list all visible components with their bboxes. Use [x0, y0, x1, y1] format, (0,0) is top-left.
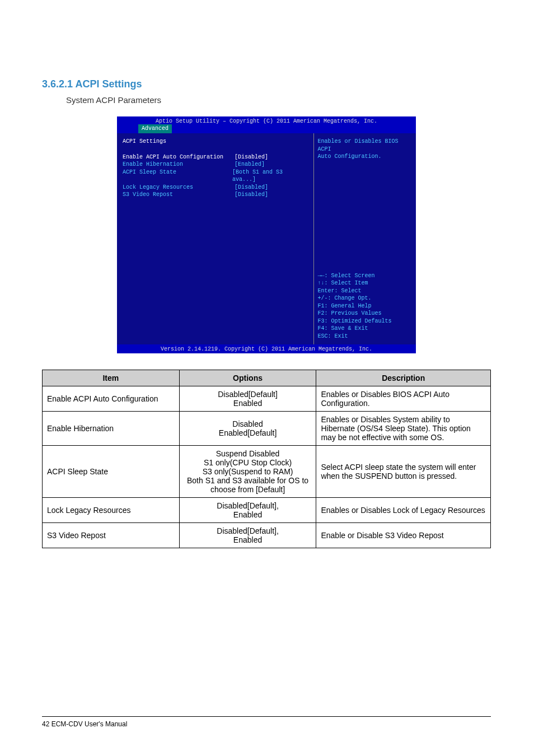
bios-key-line: Enter: Select: [317, 287, 413, 295]
cell-options: Disabled Enabled[Default]: [179, 412, 316, 446]
bios-key-line: F2: Previous Values: [317, 310, 413, 318]
cell-description: Enables or Disables System ability to Hi…: [316, 412, 491, 446]
cell-item: S3 Video Repost: [43, 523, 180, 548]
bios-setting-value: [Enabled]: [235, 161, 265, 169]
page-footer-left: 42 ECM-CDV User's Manual: [42, 720, 127, 728]
cell-options: Suspend Disabled S1 only(CPU Stop Clock)…: [179, 446, 316, 498]
bios-setting-value: [Disabled]: [235, 153, 268, 161]
table-row: Lock Legacy ResourcesDisabled[Default], …: [43, 498, 491, 523]
bios-setting-value: [Both S1 and S3 ava...]: [232, 169, 308, 184]
th-item: Item: [43, 370, 180, 386]
cell-options: Disabled[Default], Enabled: [179, 523, 316, 548]
bios-key-line: +/-: Change Opt.: [317, 295, 413, 302]
section-subheading: System ACPI Parameters: [66, 95, 161, 105]
table-row: Enable HibernationDisabled Enabled[Defau…: [43, 412, 491, 446]
th-description: Description: [316, 370, 491, 386]
bios-setting-row[interactable]: Lock Legacy Resources[Disabled]: [123, 184, 308, 192]
table-row: S3 Video RepostDisabled[Default], Enable…: [43, 523, 491, 548]
table-header-row: Item Options Description: [43, 370, 491, 386]
bios-setting-label: Lock Legacy Resources: [123, 184, 235, 192]
bios-right-pane: Enables or Disables BIOS ACPIAuto Config…: [314, 133, 416, 344]
section-heading: 3.6.2.1 ACPI Settings: [42, 78, 142, 90]
bios-key-line: →←: Select Screen: [317, 272, 413, 280]
bios-key-line: F3: Optimized Defaults: [317, 318, 413, 325]
bios-help-line: Auto Configuration.: [317, 153, 413, 161]
bios-setting-label: ACPI Sleep State: [123, 169, 232, 184]
bios-left-pane: ACPI Settings Enable ACPI Auto Configura…: [117, 133, 314, 344]
th-options: Options: [179, 370, 316, 386]
table-row: Enable ACPI Auto ConfigurationDisabled[D…: [43, 386, 491, 412]
bios-tab-advanced[interactable]: Advanced: [138, 124, 172, 133]
bios-setting-label: Enable Hibernation: [123, 161, 235, 169]
footer-line: [42, 716, 491, 717]
bios-screenshot: Aptio Setup Utility – Copyright (C) 2011…: [117, 116, 416, 354]
bios-setting-value: [Disabled]: [235, 191, 268, 199]
bios-key-line: ESC: Exit: [317, 333, 413, 340]
table-row: ACPI Sleep StateSuspend Disabled S1 only…: [43, 446, 491, 498]
bios-title: Aptio Setup Utility – Copyright (C) 2011…: [117, 116, 416, 124]
cell-description: Enables or Disables Lock of Legacy Resou…: [316, 498, 491, 523]
cell-description: Enable or Disable S3 Video Repost: [316, 523, 491, 548]
bios-keymap: →←: Select Screen↑↓: Select ItemEnter: S…: [317, 272, 413, 340]
cell-options: Disabled[Default], Enabled: [179, 498, 316, 523]
settings-table: Item Options Description Enable ACPI Aut…: [42, 370, 491, 548]
bios-setting-row[interactable]: Enable ACPI Auto Configuration[Disabled]: [123, 153, 308, 161]
bios-help-line: Enables or Disables BIOS ACPI: [317, 138, 413, 153]
cell-description: Select ACPI sleep state the system will …: [316, 446, 491, 498]
bios-key-line: F1: General Help: [317, 302, 413, 310]
cell-item: Enable ACPI Auto Configuration: [43, 386, 180, 412]
bios-footer: Version 2.14.1219. Copyright (C) 2011 Am…: [117, 344, 416, 353]
bios-setting-label: Enable ACPI Auto Configuration: [123, 153, 235, 161]
bios-key-line: ↑↓: Select Item: [317, 279, 413, 287]
cell-options: Disabled[Default] Enabled: [179, 386, 316, 412]
cell-item: Enable Hibernation: [43, 412, 180, 446]
bios-setting-row[interactable]: ACPI Sleep State[Both S1 and S3 ava...]: [123, 169, 308, 184]
bios-help-text: Enables or Disables BIOS ACPIAuto Config…: [317, 138, 413, 161]
bios-setting-row[interactable]: Enable Hibernation[Enabled]: [123, 161, 308, 169]
cell-item: ACPI Sleep State: [43, 446, 180, 498]
bios-setting-value: [Disabled]: [235, 184, 268, 192]
bios-tabstrip: Advanced: [117, 124, 416, 133]
bios-setting-label: S3 Video Repost: [123, 191, 235, 199]
bios-section-title: ACPI Settings: [123, 138, 308, 146]
cell-item: Lock Legacy Resources: [43, 498, 180, 523]
bios-key-line: F4: Save & Exit: [317, 325, 413, 333]
bios-setting-row[interactable]: S3 Video Repost[Disabled]: [123, 191, 308, 199]
cell-description: Enables or Disables BIOS ACPI Auto Confi…: [316, 386, 491, 412]
